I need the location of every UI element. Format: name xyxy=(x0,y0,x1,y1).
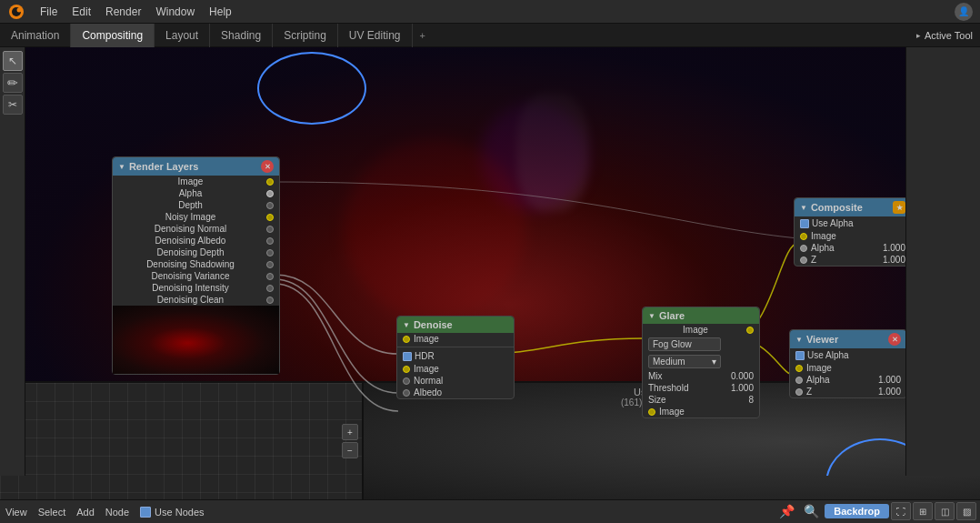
socket-alpha-out[interactable] xyxy=(266,190,274,197)
collapse-icon[interactable]: ▼ xyxy=(118,163,125,171)
output-dn-intensity-label: Denoising Intensity xyxy=(152,283,229,293)
backdrop-button[interactable]: Backdrop xyxy=(825,504,889,518)
zoom-icon[interactable]: 🔍 xyxy=(800,504,823,518)
menu-window[interactable]: Window xyxy=(148,4,202,20)
hdr-checkbox-row[interactable]: HDR xyxy=(397,349,514,363)
cut-tool-button[interactable]: ✂ xyxy=(3,95,23,115)
menu-help[interactable]: Help xyxy=(202,4,239,20)
glare-type-select[interactable]: Fog Glow xyxy=(648,337,721,351)
viewer-z-label: Z xyxy=(806,387,812,397)
left-toolbar: ↖ ✏ ✂ xyxy=(0,47,25,476)
render-layers-close[interactable]: ✕ xyxy=(261,160,274,173)
socket-composite-alpha-in[interactable] xyxy=(800,245,807,252)
collapse-icon[interactable]: ▼ xyxy=(648,312,655,320)
render-layers-node[interactable]: ▼ Render Layers ✕ Image Alpha Depth Nois… xyxy=(112,156,280,375)
socket-noisy-out[interactable] xyxy=(266,214,274,221)
tab-animation[interactable]: Animation xyxy=(0,24,71,47)
render-layers-thumbnail xyxy=(113,306,279,374)
zoom-out-button[interactable]: − xyxy=(342,442,358,458)
workspace-tabs: Animation Compositing Layout Shading Scr… xyxy=(0,24,980,47)
tab-uv-editing[interactable]: UV Editing xyxy=(338,24,413,47)
viewport-controls: + − xyxy=(342,424,358,458)
socket-glare-out[interactable] xyxy=(746,327,754,334)
collapse-icon[interactable]: ▼ xyxy=(403,321,410,329)
socket-composite-z-in[interactable] xyxy=(800,256,807,264)
glare-quality-select[interactable]: Medium ▾ xyxy=(648,355,721,368)
output-alpha-label: Alpha xyxy=(179,188,203,198)
zoom-in-button[interactable]: + xyxy=(342,424,358,440)
composite-close[interactable]: ★ xyxy=(893,201,905,214)
socket-dn-normal-out[interactable] xyxy=(266,226,274,233)
viewer-use-alpha-checkbox[interactable] xyxy=(795,351,805,360)
socket-viewer-alpha-in[interactable] xyxy=(795,377,803,384)
socket-glare-in[interactable] xyxy=(648,408,655,416)
socket-dn-albedo-out[interactable] xyxy=(266,237,274,245)
tab-shading[interactable]: Shading xyxy=(210,24,273,47)
socket-viewer-image-in[interactable] xyxy=(795,365,803,372)
view-menu[interactable]: View xyxy=(5,507,27,518)
use-nodes-toggle[interactable]: Use Nodes xyxy=(140,507,204,518)
output-dn-variance-label: Denoising Variance xyxy=(152,271,230,281)
glare-type-row: Fog Glow xyxy=(643,336,759,353)
view-btn-2[interactable]: ⊞ xyxy=(913,502,933,520)
viewer-image-row: Image xyxy=(790,362,905,374)
viewer-use-alpha-row[interactable]: Use Alpha xyxy=(790,348,905,362)
glare-title: Glare xyxy=(659,310,685,321)
view-btn-3[interactable]: ◫ xyxy=(935,502,955,520)
composite-use-alpha-label: Use Alpha xyxy=(812,218,854,228)
socket-image-out[interactable] xyxy=(266,178,274,186)
socket-normal-in[interactable] xyxy=(403,377,410,385)
socket-dn-variance-out[interactable] xyxy=(266,273,274,280)
use-nodes-checkbox[interactable] xyxy=(140,507,151,518)
top-menu-bar: File Edit Render Window Help 👤 xyxy=(0,0,980,24)
socket-albedo-in[interactable] xyxy=(403,389,410,397)
divider xyxy=(397,347,514,347)
socket-dn-clean-out[interactable] xyxy=(266,297,274,304)
output-dn-normal-label: Denoising Normal xyxy=(155,224,226,234)
glare-mix-row: Mix 0.000 xyxy=(643,370,759,382)
menu-edit[interactable]: Edit xyxy=(65,4,98,20)
viewer-close[interactable]: ✕ xyxy=(888,333,901,346)
tab-compositing[interactable]: Compositing xyxy=(71,24,155,47)
socket-dn-intensity-out[interactable] xyxy=(266,285,274,292)
view-btn-4[interactable]: ▨ xyxy=(956,502,976,520)
tab-layout[interactable]: Layout xyxy=(155,24,210,47)
view-btn-1[interactable]: ⛶ xyxy=(891,502,911,520)
socket-composite-image-in[interactable] xyxy=(800,233,807,240)
socket-denoise-image-in[interactable] xyxy=(403,336,410,343)
user-icon: 👤 xyxy=(955,3,973,21)
bottom-left-viewport[interactable]: + − xyxy=(0,383,364,499)
hdr-checkbox[interactable] xyxy=(403,352,412,361)
socket-dn-depth-out[interactable] xyxy=(266,249,274,256)
socket-denoise-image2-in[interactable] xyxy=(403,366,410,373)
select-tool-button[interactable]: ↖ xyxy=(3,51,23,71)
menu-render[interactable]: Render xyxy=(98,4,148,20)
tab-scripting[interactable]: Scripting xyxy=(273,24,338,47)
socket-viewer-z-in[interactable] xyxy=(795,388,803,396)
socket-depth-out[interactable] xyxy=(266,202,274,209)
composite-use-alpha-checkbox[interactable] xyxy=(800,219,809,228)
main-area: ↖ ✏ ✂ xyxy=(0,47,980,523)
node-menu[interactable]: Node xyxy=(105,507,129,518)
glare-node[interactable]: ▼ Glare Image Fog Glow Medium ▾ Mix 0.00… xyxy=(642,307,760,418)
output-dn-albedo-label: Denoising Albedo xyxy=(155,236,226,246)
composite-use-alpha-row[interactable]: Use Alpha xyxy=(795,216,905,230)
node-row-depth: Depth xyxy=(113,199,279,211)
output-dn-clean-label: Denoising Clean xyxy=(157,295,224,305)
select-menu[interactable]: Select xyxy=(38,507,66,518)
viewer-alpha-label: Alpha xyxy=(806,375,830,385)
node-label: Node xyxy=(105,507,129,518)
pin-icon[interactable]: 📌 xyxy=(775,504,798,518)
right-panel xyxy=(905,47,980,476)
collapse-icon[interactable]: ▼ xyxy=(795,336,803,344)
composite-node[interactable]: ▼ Composite ★ Use Alpha Image Alpha 1.00… xyxy=(794,197,905,267)
add-menu[interactable]: Add xyxy=(76,507,95,518)
add-workspace-button[interactable]: + xyxy=(413,28,433,43)
socket-dn-shadow-out[interactable] xyxy=(266,261,274,268)
viewer-node[interactable]: ▼ Viewer ✕ Use Alpha Image Alpha 1.000 Z… xyxy=(789,329,905,398)
denoise-node[interactable]: ▼ Denoise Image HDR Image Normal xyxy=(396,316,515,399)
menu-file[interactable]: File xyxy=(33,4,65,20)
composite-alpha-label: Alpha xyxy=(811,243,835,253)
draw-tool-button[interactable]: ✏ xyxy=(3,73,23,93)
collapse-icon[interactable]: ▼ xyxy=(800,204,807,212)
